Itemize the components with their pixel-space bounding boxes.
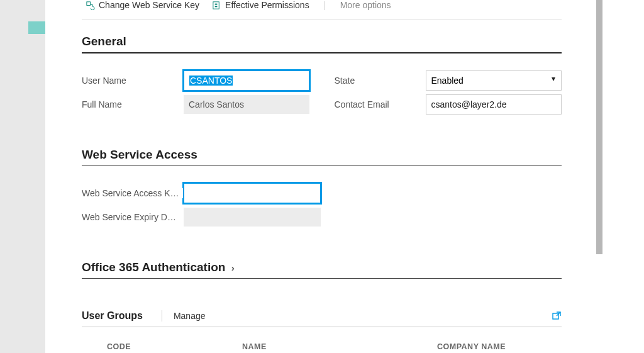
general-form: User Name CSANTOS Full Name [82, 69, 562, 116]
section-o365-title[interactable]: Office 365 Authentication › [82, 261, 562, 279]
change-web-service-key-button[interactable]: Change Web Service Key [82, 0, 203, 10]
wsa-key-input[interactable] [184, 183, 321, 203]
user-groups-manage[interactable]: Manage [174, 311, 206, 321]
svg-rect-4 [553, 313, 558, 319]
scrollbar[interactable] [596, 0, 602, 254]
permissions-icon [212, 1, 221, 10]
gutter-accent [28, 21, 45, 34]
field-label: Web Service Access K… [82, 188, 183, 198]
svg-rect-1 [213, 1, 219, 8]
chevron-right-icon: › [231, 262, 235, 273]
toolbar-label: Effective Permissions [225, 0, 309, 10]
user-groups-title[interactable]: User Groups [82, 310, 143, 322]
section-o365-label: Office 365 Authentication [82, 261, 225, 274]
open-full-list-icon[interactable] [552, 311, 562, 321]
svg-rect-0 [87, 1, 91, 5]
field-wsa-expiry: Web Service Expiry D… [82, 205, 346, 229]
svg-rect-2 [215, 3, 218, 4]
toolbar-separator [82, 19, 562, 20]
left-gutter [0, 0, 45, 353]
toolbar: Change Web Service Key Effective Permiss… [82, 0, 562, 15]
user-groups-table: CODE NAME COMPANY NAME D365 BUS PREMIUM … [82, 342, 562, 353]
toolbar-label: Change Web Service Key [99, 0, 199, 10]
wsa-expiry-input[interactable] [184, 208, 321, 227]
page-container: Change Web Service Key Effective Permiss… [45, 0, 596, 353]
field-label: State [335, 76, 359, 86]
col-company[interactable]: COMPANY NAME [437, 342, 563, 351]
field-state: State Enabled [335, 69, 562, 92]
col-code[interactable]: CODE [107, 342, 242, 351]
toolbar-divider [325, 1, 325, 10]
table-header: CODE NAME COMPANY NAME [82, 342, 562, 353]
field-wsa-key: Web Service Access K… [82, 181, 346, 205]
field-label: Web Service Expiry D… [82, 212, 180, 222]
field-label: User Name [82, 76, 130, 86]
col-name[interactable]: NAME [242, 342, 437, 351]
field-fullname: Full Name Carlos Santos [82, 92, 309, 116]
field-label: Contact Email [335, 99, 393, 109]
more-options-button[interactable]: More options [336, 0, 395, 10]
fullname-input[interactable]: Carlos Santos [184, 95, 309, 114]
field-username: User Name CSANTOS [82, 69, 309, 92]
username-input[interactable]: CSANTOS [184, 70, 309, 91]
state-select[interactable]: Enabled [426, 70, 562, 91]
field-contact-email: Contact Email [335, 92, 562, 116]
field-label: Full Name [82, 99, 126, 109]
contact-email-input[interactable] [426, 94, 562, 115]
effective-permissions-button[interactable]: Effective Permissions [208, 0, 313, 10]
wsa-form: Web Service Access K… Web Service Expiry… [82, 181, 562, 229]
user-groups-header: User Groups Manage [82, 310, 562, 327]
svg-rect-3 [215, 6, 218, 7]
section-general-title[interactable]: General [82, 35, 562, 53]
key-refresh-icon [86, 1, 95, 10]
username-value: CSANTOS [189, 76, 233, 86]
section-wsa-title[interactable]: Web Service Access [82, 148, 562, 166]
ug-divider [162, 310, 162, 322]
toolbar-label: More options [340, 0, 391, 10]
